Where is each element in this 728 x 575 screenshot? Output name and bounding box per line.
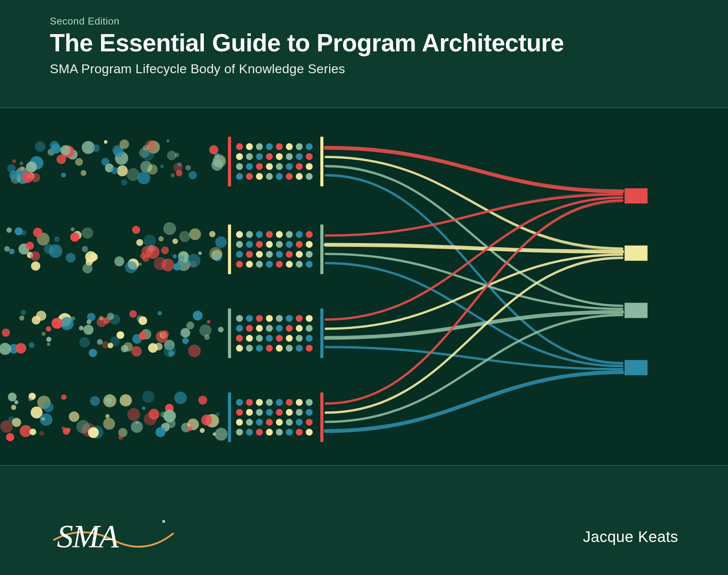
svg-point-150 (71, 227, 75, 231)
svg-point-345 (246, 399, 253, 406)
svg-point-139 (82, 263, 92, 273)
svg-point-348 (276, 399, 283, 406)
svg-point-314 (131, 421, 143, 433)
svg-point-160 (276, 231, 283, 238)
svg-point-344 (236, 399, 243, 406)
svg-point-372 (276, 429, 283, 435)
svg-point-124 (173, 254, 177, 258)
svg-point-165 (246, 241, 253, 248)
svg-point-142 (163, 222, 176, 235)
svg-point-237 (218, 327, 224, 332)
logo-text: SMA (57, 518, 119, 554)
svg-point-256 (296, 315, 303, 322)
svg-point-361 (246, 419, 253, 426)
svg-point-211 (99, 316, 103, 320)
svg-point-280 (296, 345, 303, 352)
svg-point-69 (306, 143, 313, 150)
svg-point-258 (236, 325, 243, 332)
svg-point-49 (26, 162, 37, 172)
svg-point-67 (286, 143, 293, 150)
svg-point-350 (296, 399, 303, 406)
svg-point-96 (9, 249, 15, 255)
svg-point-223 (46, 326, 51, 332)
svg-point-254 (276, 315, 283, 322)
svg-point-259 (246, 325, 253, 332)
svg-point-261 (266, 325, 273, 332)
svg-point-18 (138, 171, 151, 184)
author-name: Jacque Keats (583, 528, 678, 545)
svg-point-92 (296, 173, 303, 180)
svg-point-357 (286, 409, 293, 416)
svg-point-97 (4, 246, 10, 251)
svg-point-180 (236, 261, 243, 268)
svg-point-131 (33, 228, 43, 237)
svg-point-143 (15, 227, 23, 235)
svg-point-278 (276, 345, 283, 352)
svg-point-339 (215, 428, 228, 440)
svg-rect-376 (625, 188, 648, 204)
svg-point-266 (236, 335, 243, 342)
svg-point-82 (276, 163, 283, 170)
svg-point-164 (236, 241, 243, 248)
svg-point-269 (266, 335, 273, 342)
svg-point-35 (50, 141, 59, 150)
svg-point-147 (161, 259, 174, 271)
svg-point-48 (121, 179, 127, 186)
svg-point-74 (276, 153, 283, 160)
svg-point-86 (236, 173, 243, 180)
svg-point-87 (246, 173, 253, 180)
svg-point-59 (60, 145, 71, 155)
svg-point-174 (256, 251, 263, 258)
svg-point-222 (29, 342, 34, 348)
svg-point-351 (306, 399, 313, 406)
svg-rect-154 (228, 225, 231, 274)
svg-point-185 (286, 261, 293, 268)
svg-point-64 (256, 143, 263, 150)
svg-point-369 (246, 429, 253, 435)
svg-point-170 (296, 241, 303, 248)
svg-point-75 (286, 153, 293, 160)
svg-point-283 (11, 405, 16, 410)
svg-point-62 (236, 143, 243, 150)
svg-point-325 (62, 426, 66, 430)
svg-point-360 (236, 419, 243, 426)
svg-point-246 (107, 313, 114, 320)
svg-point-243 (52, 318, 63, 329)
svg-point-26 (120, 140, 129, 149)
svg-point-81 (266, 163, 273, 170)
svg-point-153 (209, 247, 223, 260)
svg-point-199 (207, 320, 210, 324)
svg-point-195 (157, 311, 162, 315)
svg-point-247 (87, 319, 92, 324)
svg-point-255 (286, 315, 293, 322)
svg-point-140 (209, 231, 215, 237)
svg-point-146 (132, 226, 140, 234)
svg-point-232 (46, 337, 51, 342)
svg-point-279 (286, 345, 293, 352)
svg-point-145 (7, 227, 12, 233)
svg-point-340 (174, 392, 187, 404)
svg-point-181 (246, 261, 253, 268)
svg-point-118 (31, 261, 40, 271)
svg-rect-377 (625, 245, 648, 261)
svg-point-271 (286, 335, 293, 342)
svg-point-178 (296, 251, 303, 258)
svg-point-229 (193, 311, 203, 320)
svg-point-239 (36, 310, 46, 320)
svg-point-359 (306, 409, 313, 416)
svg-point-375 (306, 429, 313, 435)
svg-point-57 (111, 167, 118, 174)
svg-point-214 (139, 316, 148, 325)
svg-point-33 (10, 171, 18, 179)
svg-point-311 (187, 426, 192, 431)
svg-point-227 (16, 343, 26, 354)
svg-point-163 (306, 231, 313, 238)
svg-point-315 (201, 415, 212, 426)
svg-point-137 (125, 261, 137, 273)
svg-point-287 (105, 398, 112, 404)
book-title: The Essential Guide to Program Architect… (50, 30, 705, 56)
svg-rect-343 (320, 393, 323, 442)
svg-point-346 (256, 399, 263, 406)
svg-point-250 (236, 315, 243, 322)
svg-point-141 (31, 251, 40, 261)
